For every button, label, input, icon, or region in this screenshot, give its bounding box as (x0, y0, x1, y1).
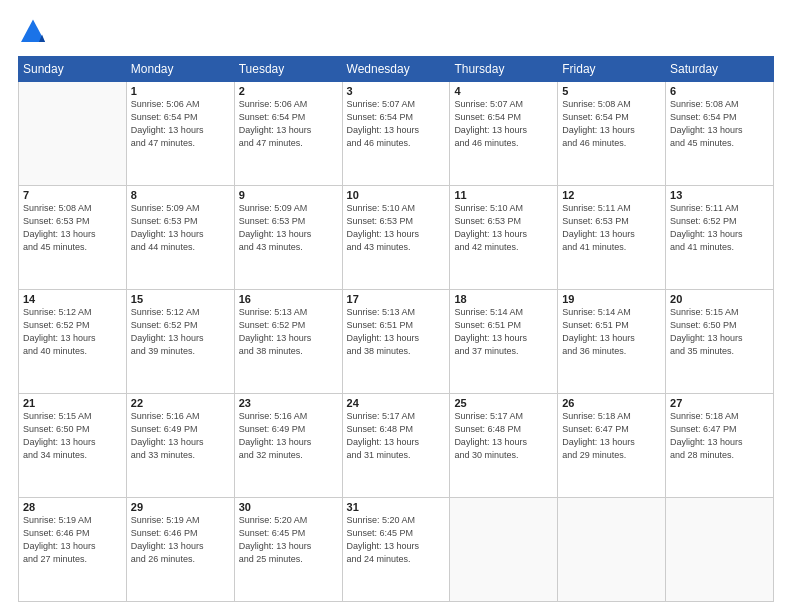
day-number: 14 (23, 293, 122, 305)
day-number: 7 (23, 189, 122, 201)
day-number: 30 (239, 501, 338, 513)
day-info: Sunrise: 5:18 AMSunset: 6:47 PMDaylight:… (562, 410, 661, 462)
day-info: Sunrise: 5:07 AMSunset: 6:54 PMDaylight:… (454, 98, 553, 150)
day-info: Sunrise: 5:10 AMSunset: 6:53 PMDaylight:… (454, 202, 553, 254)
calendar-header-saturday: Saturday (666, 57, 774, 82)
calendar-cell: 30Sunrise: 5:20 AMSunset: 6:45 PMDayligh… (234, 498, 342, 602)
day-number: 2 (239, 85, 338, 97)
calendar-cell: 24Sunrise: 5:17 AMSunset: 6:48 PMDayligh… (342, 394, 450, 498)
day-info: Sunrise: 5:06 AMSunset: 6:54 PMDaylight:… (131, 98, 230, 150)
day-info: Sunrise: 5:13 AMSunset: 6:52 PMDaylight:… (239, 306, 338, 358)
day-info: Sunrise: 5:09 AMSunset: 6:53 PMDaylight:… (131, 202, 230, 254)
calendar-cell: 11Sunrise: 5:10 AMSunset: 6:53 PMDayligh… (450, 186, 558, 290)
day-number: 28 (23, 501, 122, 513)
day-number: 27 (670, 397, 769, 409)
day-number: 31 (347, 501, 446, 513)
day-number: 11 (454, 189, 553, 201)
calendar-header-tuesday: Tuesday (234, 57, 342, 82)
day-info: Sunrise: 5:14 AMSunset: 6:51 PMDaylight:… (562, 306, 661, 358)
calendar-cell: 3Sunrise: 5:07 AMSunset: 6:54 PMDaylight… (342, 82, 450, 186)
calendar-week-row: 14Sunrise: 5:12 AMSunset: 6:52 PMDayligh… (19, 290, 774, 394)
day-number: 15 (131, 293, 230, 305)
calendar-cell: 17Sunrise: 5:13 AMSunset: 6:51 PMDayligh… (342, 290, 450, 394)
calendar-week-row: 1Sunrise: 5:06 AMSunset: 6:54 PMDaylight… (19, 82, 774, 186)
day-info: Sunrise: 5:13 AMSunset: 6:51 PMDaylight:… (347, 306, 446, 358)
day-number: 10 (347, 189, 446, 201)
day-number: 13 (670, 189, 769, 201)
logo (18, 18, 52, 48)
calendar-cell: 2Sunrise: 5:06 AMSunset: 6:54 PMDaylight… (234, 82, 342, 186)
calendar-header-sunday: Sunday (19, 57, 127, 82)
day-info: Sunrise: 5:16 AMSunset: 6:49 PMDaylight:… (131, 410, 230, 462)
day-number: 18 (454, 293, 553, 305)
day-info: Sunrise: 5:17 AMSunset: 6:48 PMDaylight:… (347, 410, 446, 462)
day-info: Sunrise: 5:08 AMSunset: 6:54 PMDaylight:… (670, 98, 769, 150)
calendar-cell: 7Sunrise: 5:08 AMSunset: 6:53 PMDaylight… (19, 186, 127, 290)
day-info: Sunrise: 5:20 AMSunset: 6:45 PMDaylight:… (347, 514, 446, 566)
day-info: Sunrise: 5:12 AMSunset: 6:52 PMDaylight:… (23, 306, 122, 358)
calendar-cell: 4Sunrise: 5:07 AMSunset: 6:54 PMDaylight… (450, 82, 558, 186)
day-info: Sunrise: 5:20 AMSunset: 6:45 PMDaylight:… (239, 514, 338, 566)
calendar-cell: 22Sunrise: 5:16 AMSunset: 6:49 PMDayligh… (126, 394, 234, 498)
day-number: 3 (347, 85, 446, 97)
calendar-cell: 19Sunrise: 5:14 AMSunset: 6:51 PMDayligh… (558, 290, 666, 394)
day-number: 22 (131, 397, 230, 409)
day-number: 1 (131, 85, 230, 97)
day-info: Sunrise: 5:15 AMSunset: 6:50 PMDaylight:… (23, 410, 122, 462)
calendar-cell: 31Sunrise: 5:20 AMSunset: 6:45 PMDayligh… (342, 498, 450, 602)
day-number: 17 (347, 293, 446, 305)
day-number: 26 (562, 397, 661, 409)
calendar-cell (450, 498, 558, 602)
calendar-cell: 20Sunrise: 5:15 AMSunset: 6:50 PMDayligh… (666, 290, 774, 394)
calendar-cell: 14Sunrise: 5:12 AMSunset: 6:52 PMDayligh… (19, 290, 127, 394)
day-number: 4 (454, 85, 553, 97)
calendar-cell: 5Sunrise: 5:08 AMSunset: 6:54 PMDaylight… (558, 82, 666, 186)
calendar-cell: 29Sunrise: 5:19 AMSunset: 6:46 PMDayligh… (126, 498, 234, 602)
day-info: Sunrise: 5:18 AMSunset: 6:47 PMDaylight:… (670, 410, 769, 462)
calendar-cell: 6Sunrise: 5:08 AMSunset: 6:54 PMDaylight… (666, 82, 774, 186)
day-info: Sunrise: 5:09 AMSunset: 6:53 PMDaylight:… (239, 202, 338, 254)
day-number: 24 (347, 397, 446, 409)
day-number: 5 (562, 85, 661, 97)
calendar-cell: 26Sunrise: 5:18 AMSunset: 6:47 PMDayligh… (558, 394, 666, 498)
day-number: 20 (670, 293, 769, 305)
calendar-cell: 13Sunrise: 5:11 AMSunset: 6:52 PMDayligh… (666, 186, 774, 290)
day-info: Sunrise: 5:14 AMSunset: 6:51 PMDaylight:… (454, 306, 553, 358)
day-info: Sunrise: 5:06 AMSunset: 6:54 PMDaylight:… (239, 98, 338, 150)
calendar-cell: 28Sunrise: 5:19 AMSunset: 6:46 PMDayligh… (19, 498, 127, 602)
day-info: Sunrise: 5:07 AMSunset: 6:54 PMDaylight:… (347, 98, 446, 150)
calendar-cell: 23Sunrise: 5:16 AMSunset: 6:49 PMDayligh… (234, 394, 342, 498)
calendar-header-wednesday: Wednesday (342, 57, 450, 82)
day-info: Sunrise: 5:16 AMSunset: 6:49 PMDaylight:… (239, 410, 338, 462)
calendar-week-row: 21Sunrise: 5:15 AMSunset: 6:50 PMDayligh… (19, 394, 774, 498)
header (18, 18, 774, 48)
day-info: Sunrise: 5:11 AMSunset: 6:52 PMDaylight:… (670, 202, 769, 254)
calendar-header-friday: Friday (558, 57, 666, 82)
day-info: Sunrise: 5:12 AMSunset: 6:52 PMDaylight:… (131, 306, 230, 358)
day-info: Sunrise: 5:19 AMSunset: 6:46 PMDaylight:… (23, 514, 122, 566)
day-info: Sunrise: 5:15 AMSunset: 6:50 PMDaylight:… (670, 306, 769, 358)
calendar-week-row: 28Sunrise: 5:19 AMSunset: 6:46 PMDayligh… (19, 498, 774, 602)
page: SundayMondayTuesdayWednesdayThursdayFrid… (0, 0, 792, 612)
day-number: 29 (131, 501, 230, 513)
calendar-cell: 16Sunrise: 5:13 AMSunset: 6:52 PMDayligh… (234, 290, 342, 394)
calendar-cell: 9Sunrise: 5:09 AMSunset: 6:53 PMDaylight… (234, 186, 342, 290)
calendar-cell (19, 82, 127, 186)
logo-icon (18, 18, 48, 48)
day-number: 23 (239, 397, 338, 409)
calendar-cell: 27Sunrise: 5:18 AMSunset: 6:47 PMDayligh… (666, 394, 774, 498)
day-number: 6 (670, 85, 769, 97)
day-info: Sunrise: 5:11 AMSunset: 6:53 PMDaylight:… (562, 202, 661, 254)
calendar-cell (558, 498, 666, 602)
day-number: 21 (23, 397, 122, 409)
calendar-cell: 12Sunrise: 5:11 AMSunset: 6:53 PMDayligh… (558, 186, 666, 290)
day-number: 19 (562, 293, 661, 305)
day-info: Sunrise: 5:17 AMSunset: 6:48 PMDaylight:… (454, 410, 553, 462)
calendar-cell: 8Sunrise: 5:09 AMSunset: 6:53 PMDaylight… (126, 186, 234, 290)
calendar-cell: 10Sunrise: 5:10 AMSunset: 6:53 PMDayligh… (342, 186, 450, 290)
calendar-header-monday: Monday (126, 57, 234, 82)
calendar-cell: 1Sunrise: 5:06 AMSunset: 6:54 PMDaylight… (126, 82, 234, 186)
calendar-table: SundayMondayTuesdayWednesdayThursdayFrid… (18, 56, 774, 602)
day-number: 8 (131, 189, 230, 201)
calendar-cell: 15Sunrise: 5:12 AMSunset: 6:52 PMDayligh… (126, 290, 234, 394)
